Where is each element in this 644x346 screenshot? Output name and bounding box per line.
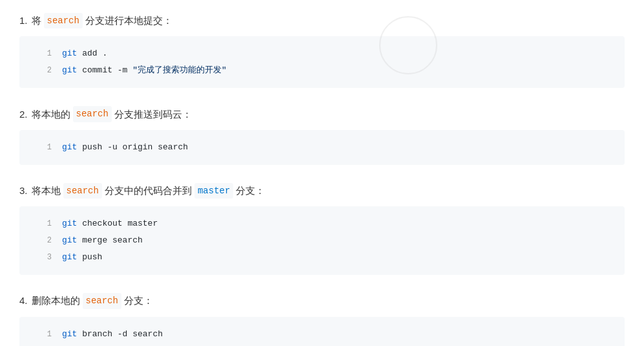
step-1-prefix: 将	[32, 13, 41, 28]
step-2: 2. 将本地的 search 分支推送到码云： 1 git push -u or…	[19, 106, 625, 164]
code-content: git push -u origin search	[62, 139, 188, 156]
line-number: 1	[32, 216, 52, 232]
step-1-suffix: 分支进行本地提交：	[85, 13, 172, 28]
step-1: 1. 将 search 分支进行本地提交： 1 git add . 2 git …	[19, 13, 625, 88]
step-2-number: 2.	[19, 107, 28, 122]
code-line: 3 git push	[32, 249, 612, 266]
git-keyword: git	[62, 329, 77, 339]
code-line: 1 git branch -d search	[32, 326, 612, 343]
step-1-branch1: search	[44, 13, 83, 28]
code-content: git branch -d search	[62, 326, 163, 343]
step-2-code: 1 git push -u origin search	[19, 130, 625, 165]
step-1-title: 1. 将 search 分支进行本地提交：	[19, 13, 625, 28]
git-keyword: git	[62, 219, 77, 228]
line-number: 1	[32, 327, 52, 342]
step-3: 3. 将本地 search 分支中的代码合并到 master 分支： 1 git…	[19, 183, 625, 275]
step-3-code: 1 git checkout master 2 git merge search…	[19, 206, 625, 275]
step-3-suffix: 分支：	[236, 183, 265, 199]
step-3-branch1: search	[63, 183, 102, 199]
step-4-branch1: search	[83, 293, 121, 308]
step-1-number: 1.	[19, 13, 28, 28]
step-4-number: 4.	[19, 293, 28, 308]
line-number: 3	[32, 250, 52, 265]
line-number: 2	[32, 63, 52, 78]
git-keyword: git	[62, 252, 77, 262]
code-content: git checkout master	[62, 215, 158, 232]
git-keyword: git	[62, 49, 77, 58]
code-line: 2 git commit -m "完成了搜索功能的开发"	[32, 62, 612, 79]
code-content: git push	[62, 249, 102, 266]
step-3-prefix: 将本地	[32, 183, 61, 199]
main-content: 1. 将 search 分支进行本地提交： 1 git add . 2 git …	[19, 13, 625, 346]
code-content: git commit -m "完成了搜索功能的开发"	[62, 62, 227, 79]
code-line: 1 git push -u origin search	[32, 139, 612, 156]
step-2-title: 2. 将本地的 search 分支推送到码云：	[19, 106, 625, 122]
step-4: 4. 删除本地的 search 分支： 1 git branch -d sear…	[19, 293, 625, 346]
line-number: 1	[32, 140, 52, 155]
step-3-title: 3. 将本地 search 分支中的代码合并到 master 分支：	[19, 183, 625, 199]
step-4-suffix: 分支：	[124, 293, 153, 308]
code-line: 1 git checkout master	[32, 215, 612, 232]
step-4-code: 1 git branch -d search	[19, 317, 625, 346]
step-4-prefix: 删除本地的	[32, 293, 80, 308]
code-content: git merge search	[62, 232, 143, 249]
step-3-number: 3.	[19, 183, 28, 199]
line-number: 2	[32, 233, 52, 248]
step-2-suffix: 分支推送到码云：	[114, 107, 192, 122]
step-4-title: 4. 删除本地的 search 分支：	[19, 293, 625, 308]
code-content: git add .	[62, 45, 107, 62]
code-line: 1 git add .	[32, 45, 612, 62]
step-3-middle: 分支中的代码合并到	[105, 183, 192, 199]
code-line: 2 git merge search	[32, 232, 612, 249]
git-keyword: git	[62, 65, 77, 75]
step-3-branch2: master	[194, 183, 233, 199]
step-2-branch1: search	[73, 106, 112, 122]
git-keyword: git	[62, 142, 77, 152]
git-string: "完成了搜索功能的开发"	[132, 65, 227, 75]
line-number: 1	[32, 46, 52, 61]
step-2-prefix: 将本地的	[32, 107, 70, 122]
step-1-code: 1 git add . 2 git commit -m "完成了搜索功能的开发"	[19, 36, 625, 88]
git-keyword: git	[62, 235, 77, 245]
